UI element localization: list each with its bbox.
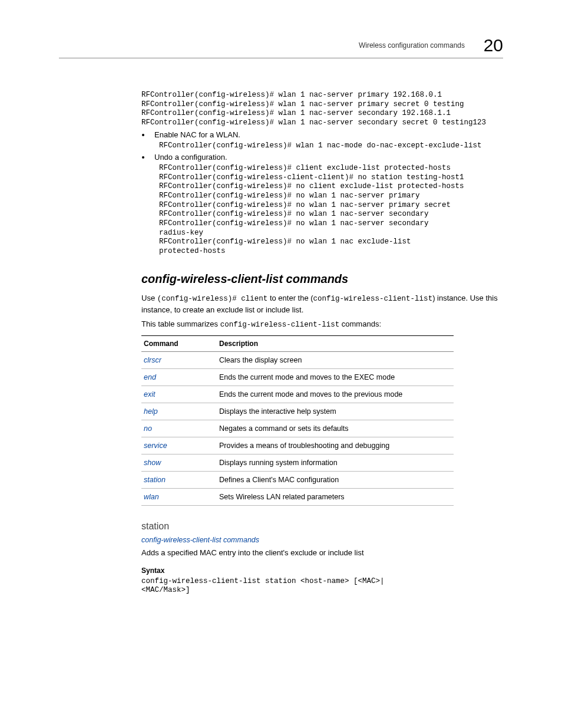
cmd-link[interactable]: no <box>141 420 217 437</box>
cmd-desc: Provides a means of troubleshooting and … <box>217 437 454 454</box>
summary-paragraph: This table summarizes config-wireless-cl… <box>141 319 503 331</box>
table-row: service Provides a means of troubleshoot… <box>141 437 454 454</box>
intro-paragraph: Use (config-wireless)# client to enter t… <box>141 293 503 315</box>
page: Wireless configuration commands 20 RFCon… <box>0 0 562 728</box>
subsection-desc: Adds a specified MAC entry into the clie… <box>141 548 503 558</box>
cmd-link[interactable]: wlan <box>141 488 217 505</box>
syntax-label: Syntax <box>141 566 503 575</box>
command-table: Command Description clrscr Clears the di… <box>141 335 454 506</box>
cmd-desc: Displays running system information <box>217 454 454 471</box>
chapter-number: 20 <box>484 35 503 55</box>
table-row: end Ends the current mode and moves to t… <box>141 368 454 386</box>
intro-text: to enter the ( <box>267 294 313 302</box>
intro-code-1: (config-wireless)# client <box>157 295 268 303</box>
content-area: RFController(config-wireless)# wlan 1 na… <box>141 91 503 595</box>
intro-code-2: config-wireless-client-list <box>313 295 433 303</box>
table-row: clrscr Clears the display screen <box>141 351 454 368</box>
summary-pre: This table summarizes <box>141 319 220 328</box>
running-header: Wireless configuration commands 20 <box>59 35 503 58</box>
col-command: Command <box>141 335 217 351</box>
subsection-heading: station <box>141 521 503 532</box>
cmd-desc: Clears the display screen <box>217 351 454 368</box>
code-block-nac-server: RFController(config-wireless)# wlan 1 na… <box>141 91 503 128</box>
cmd-link[interactable]: end <box>141 368 217 386</box>
summary-post: commands: <box>339 319 381 328</box>
table-row: help Displays the interactive help syste… <box>141 403 454 420</box>
cmd-link[interactable]: service <box>141 437 217 454</box>
syntax-code-block: config-wireless-client-list station <hos… <box>141 577 503 595</box>
section-heading: config-wireless-client-list commands <box>141 272 503 286</box>
list-item: Undo a configuration. RFController(confi… <box>151 153 503 256</box>
cmd-link[interactable]: station <box>141 471 217 488</box>
intro-text: Use <box>141 294 157 302</box>
table-row: wlan Sets Wireless LAN related parameter… <box>141 488 454 505</box>
table-row: station Defines a Client's MAC configura… <box>141 471 454 488</box>
table-row: show Displays running system information <box>141 454 454 471</box>
col-description: Description <box>217 335 454 351</box>
crossref-link[interactable]: config-wireless-client-list commands <box>141 536 259 544</box>
bullet-enable-nac: Enable NAC for a WLAN. <box>154 130 240 139</box>
cmd-desc: Defines a Client's MAC configuration <box>217 471 454 488</box>
cmd-link[interactable]: help <box>141 403 217 420</box>
list-item: Enable NAC for a WLAN. RFController(conf… <box>151 130 503 151</box>
cmd-link[interactable]: clrscr <box>141 351 217 368</box>
cmd-desc: Sets Wireless LAN related parameters <box>217 488 454 505</box>
header-title: Wireless configuration commands <box>359 41 465 50</box>
code-block-nac-mode: RFController(config-wireless)# wlan 1 na… <box>159 141 503 151</box>
cmd-desc: Ends the current mode and moves to the E… <box>217 368 454 386</box>
table-row: no Negates a command or sets its default… <box>141 420 454 437</box>
summary-code: config-wireless-client-list <box>220 321 340 329</box>
cmd-desc: Ends the current mode and moves to the p… <box>217 386 454 403</box>
cmd-desc: Displays the interactive help system <box>217 403 454 420</box>
cmd-desc: Negates a command or sets its defaults <box>217 420 454 437</box>
bullet-undo-config: Undo a configuration. <box>154 153 227 162</box>
table-header-row: Command Description <box>141 335 454 351</box>
table-row: exit Ends the current mode and moves to … <box>141 386 454 403</box>
bullet-list: Enable NAC for a WLAN. RFController(conf… <box>141 130 503 256</box>
cmd-link[interactable]: exit <box>141 386 217 403</box>
code-block-undo: RFController(config-wireless)# client ex… <box>159 164 503 256</box>
cmd-link[interactable]: show <box>141 454 217 471</box>
